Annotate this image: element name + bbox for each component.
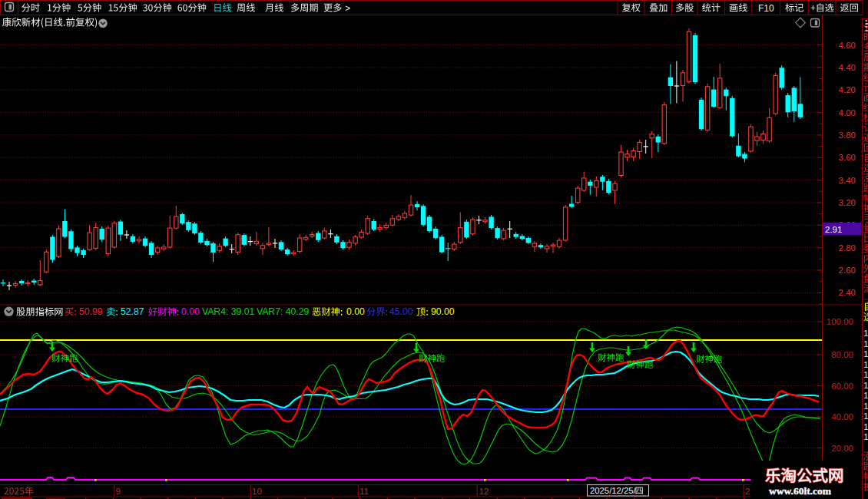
svg-text:45.00: 45.00 [389, 306, 413, 317]
svg-text:1: 1 [863, 402, 868, 411]
svg-text:1: 1 [863, 432, 868, 441]
svg-text:2.40: 2.40 [839, 288, 856, 297]
svg-text:10: 10 [252, 487, 262, 496]
svg-text:3.20: 3.20 [839, 198, 856, 207]
svg-text:4.60: 4.60 [839, 41, 856, 50]
svg-text:VAR4: 39.01: VAR4: 39.01 [202, 306, 254, 317]
svg-text:4.40: 4.40 [839, 63, 856, 72]
svg-text:12: 12 [479, 487, 489, 496]
svg-text:0.00: 0.00 [181, 306, 200, 317]
svg-text:1: 1 [863, 329, 868, 338]
svg-text:1: 1 [863, 339, 868, 349]
svg-text:>: > [345, 3, 350, 14]
svg-text:20.00: 20.00 [831, 444, 853, 453]
svg-text:2025/12/25/: 2025/12/25/ [590, 486, 637, 495]
svg-text:11: 11 [359, 487, 369, 496]
svg-text:3.80: 3.80 [839, 131, 856, 140]
svg-text:2.80: 2.80 [839, 243, 856, 253]
svg-text:F10: F10 [758, 3, 774, 14]
svg-text:4.00: 4.00 [839, 108, 856, 117]
svg-text:52.87: 52.87 [121, 306, 144, 317]
svg-text:1: 1 [863, 360, 868, 369]
svg-text:90.00: 90.00 [431, 306, 455, 317]
svg-text:40.00: 40.00 [831, 412, 853, 421]
svg-text:0.00: 0.00 [346, 306, 365, 317]
svg-text:60.00: 60.00 [831, 382, 853, 391]
svg-text:1: 1 [863, 370, 868, 379]
svg-text:2.91: 2.91 [825, 225, 842, 234]
svg-text:VAR7: 40.29: VAR7: 40.29 [257, 306, 309, 317]
svg-text:4.20: 4.20 [839, 85, 856, 94]
svg-text:1: 1 [863, 422, 868, 431]
svg-text:2.60: 2.60 [839, 266, 856, 275]
svg-text:100.00: 100.00 [827, 317, 853, 326]
svg-text:3.60: 3.60 [839, 153, 856, 162]
svg-text:1: 1 [863, 381, 868, 390]
svg-text:9: 9 [116, 487, 121, 496]
svg-text:www.60lt.com: www.60lt.com [769, 485, 832, 497]
svg-text:1: 1 [863, 349, 868, 359]
svg-text:3.40: 3.40 [839, 176, 856, 185]
svg-text:80.00: 80.00 [831, 350, 853, 359]
svg-text:1: 1 [863, 391, 868, 400]
svg-text:2: 2 [745, 487, 750, 496]
svg-text:1: 1 [863, 411, 868, 421]
svg-text:50.99: 50.99 [79, 306, 103, 317]
